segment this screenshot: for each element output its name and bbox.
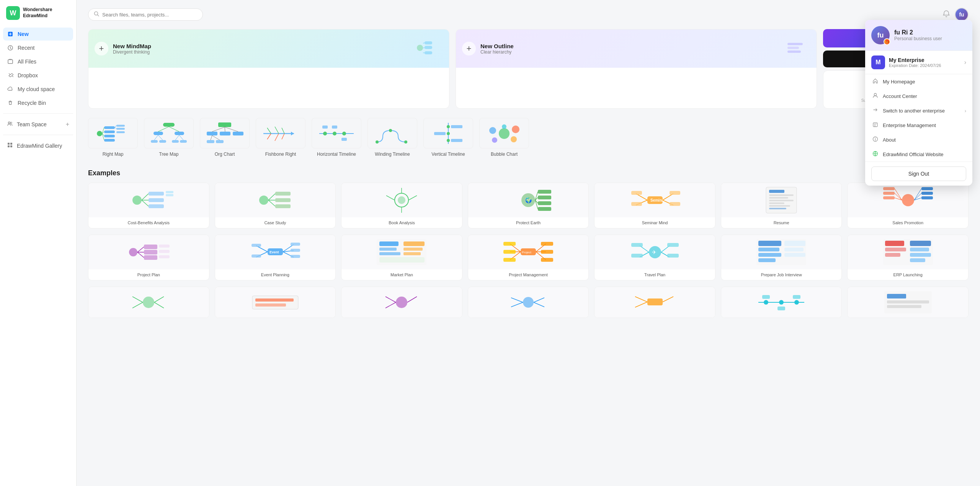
- svg-rect-204: [631, 243, 643, 247]
- svg-point-79: [447, 132, 450, 135]
- dropdown-username: fu Ri 2: [894, 29, 942, 36]
- example-row3-7[interactable]: [847, 287, 969, 318]
- template-tree-map[interactable]: Tree Map: [144, 118, 194, 157]
- example-project-plan[interactable]: Project Plan: [88, 235, 209, 281]
- example-event-planning[interactable]: Event Event Planning: [215, 235, 336, 281]
- dropdown-enterprise-mgmt[interactable]: Enterprise Management: [865, 118, 972, 132]
- example-travel-plan[interactable]: ✈ Travel Plan: [594, 235, 715, 281]
- dropdown-about-label: About: [883, 137, 896, 143]
- template-h-timeline-label: Horizontal Timeline: [317, 152, 356, 157]
- example-row3-5[interactable]: [594, 287, 715, 318]
- example-book-analysis[interactable]: Book Analysis: [341, 183, 462, 228]
- svg-point-75: [389, 129, 392, 132]
- svg-rect-129: [631, 191, 642, 195]
- svg-rect-136: [769, 197, 788, 199]
- svg-rect-116: [538, 196, 551, 199]
- dropdown-official-website[interactable]: EdrawMind Official Website: [865, 147, 972, 161]
- dropdown-account[interactable]: Account Center: [865, 89, 972, 103]
- svg-line-240: [534, 302, 544, 307]
- svg-line-62: [275, 127, 279, 134]
- template-right-map[interactable]: Right Map: [88, 118, 138, 157]
- sidebar-item-recent[interactable]: Recent: [3, 41, 73, 54]
- svg-point-224: [143, 297, 154, 308]
- nav-divider: [3, 113, 73, 114]
- cloud-icon: [7, 86, 14, 93]
- example-erp-launching[interactable]: ERP Launching: [847, 235, 969, 281]
- svg-rect-25: [104, 139, 115, 142]
- template-winding-timeline[interactable]: Winding Timeline: [368, 118, 417, 157]
- dropdown-switch-enterprise[interactable]: Switch to another enterprise ›: [865, 103, 972, 118]
- sidebar-item-gallery[interactable]: EdrawMind Gallery: [0, 139, 76, 152]
- template-vertical-timeline[interactable]: Vertical Timeline: [423, 118, 473, 157]
- example-cost-benefits[interactable]: Cost-Benefits Analysis: [88, 183, 209, 228]
- example-seminar-mind[interactable]: Seminar Seminar Mind: [594, 183, 715, 228]
- svg-rect-50: [220, 132, 230, 135]
- svg-text:✈: ✈: [652, 249, 657, 255]
- svg-rect-115: [538, 190, 551, 194]
- sidebar-item-teamspace[interactable]: Team Space +: [0, 117, 76, 131]
- svg-rect-18: [787, 47, 799, 49]
- svg-line-238: [511, 302, 523, 307]
- example-row3-6[interactable]: [721, 287, 842, 318]
- notification-icon[interactable]: [942, 10, 950, 20]
- create-outline-card[interactable]: + New Outline Clear hierarchy: [456, 29, 817, 109]
- create-mindmap-card[interactable]: + New MindMap Divergent thinking: [88, 29, 449, 109]
- enterprise-section[interactable]: M My Enterprise Expiration Date: 2024/07…: [865, 51, 972, 74]
- svg-text:Project: Project: [522, 251, 532, 254]
- sidebar-item-recycle[interactable]: Recycle Bin: [3, 96, 73, 109]
- example-row3-1[interactable]: [88, 287, 209, 318]
- svg-rect-178: [379, 248, 397, 251]
- dropdown-switch-label: Switch to another enterprise: [883, 108, 945, 114]
- sidebar: W Wondershare EdrawMind New Recent All F…: [0, 0, 77, 486]
- svg-rect-218: [885, 248, 906, 251]
- svg-rect-254: [887, 300, 929, 303]
- svg-rect-209: [758, 241, 781, 246]
- dropdown-about[interactable]: About: [865, 132, 972, 147]
- user-dropdown: fu 🎁 fu Ri 2 Personal business user M My…: [865, 20, 972, 186]
- add-team-button[interactable]: +: [66, 121, 69, 128]
- example-sales-promotion[interactable]: Sales Promotion: [847, 183, 969, 228]
- svg-rect-8: [10, 145, 12, 147]
- template-horizontal-timeline[interactable]: Horizontal Timeline: [312, 118, 361, 157]
- files-icon: [7, 58, 14, 65]
- svg-rect-162: [159, 250, 170, 253]
- svg-point-70: [342, 132, 346, 135]
- example-resume[interactable]: Resume: [721, 183, 842, 228]
- dropdown-homepage[interactable]: My Homepage: [865, 74, 972, 89]
- sidebar-item-cloud[interactable]: My cloud space: [3, 83, 73, 96]
- svg-rect-177: [379, 241, 399, 246]
- template-org-chart[interactable]: Org Chart: [200, 118, 250, 157]
- template-bubble-chart[interactable]: Bubble Chart: [479, 118, 529, 157]
- svg-rect-38: [151, 140, 158, 143]
- signout-button[interactable]: Sign Out: [871, 166, 966, 181]
- example-row3-4[interactable]: [468, 287, 589, 318]
- svg-rect-220: [910, 241, 931, 246]
- example-case-study[interactable]: Case Study: [215, 183, 336, 228]
- svg-rect-143: [883, 192, 895, 195]
- search-input[interactable]: [102, 12, 197, 18]
- search-bar[interactable]: [88, 8, 203, 21]
- example-prepare-job-interview[interactable]: Prepare Job Interview: [721, 235, 842, 281]
- svg-rect-215: [784, 253, 805, 257]
- template-bubble-label: Bubble Chart: [491, 152, 518, 157]
- user-avatar-button[interactable]: fu: [955, 8, 969, 21]
- svg-line-42: [158, 127, 169, 132]
- svg-line-234: [385, 302, 396, 308]
- template-fishbone[interactable]: Fishbone Right: [256, 118, 305, 157]
- svg-line-225: [132, 297, 143, 302]
- example-market-plan[interactable]: Market Plan: [341, 235, 462, 281]
- svg-rect-118: [538, 207, 551, 211]
- sidebar-item-new[interactable]: New: [3, 28, 73, 41]
- svg-rect-158: [144, 245, 157, 249]
- sidebar-item-allfiles[interactable]: All Files: [3, 55, 73, 68]
- example-project-management[interactable]: Project Project Management: [468, 235, 589, 281]
- example-event-planning-label: Event Planning: [215, 269, 336, 280]
- svg-line-33: [115, 126, 116, 127]
- svg-text:Event: Event: [270, 250, 279, 254]
- sidebar-item-dropbox[interactable]: Dropbox: [3, 69, 73, 82]
- example-row3-2[interactable]: [215, 287, 336, 318]
- svg-line-92: [142, 194, 149, 200]
- svg-point-10: [417, 45, 423, 51]
- example-row3-3[interactable]: [341, 287, 462, 318]
- example-protect-earth[interactable]: 🌍 Protect Earth: [468, 183, 589, 228]
